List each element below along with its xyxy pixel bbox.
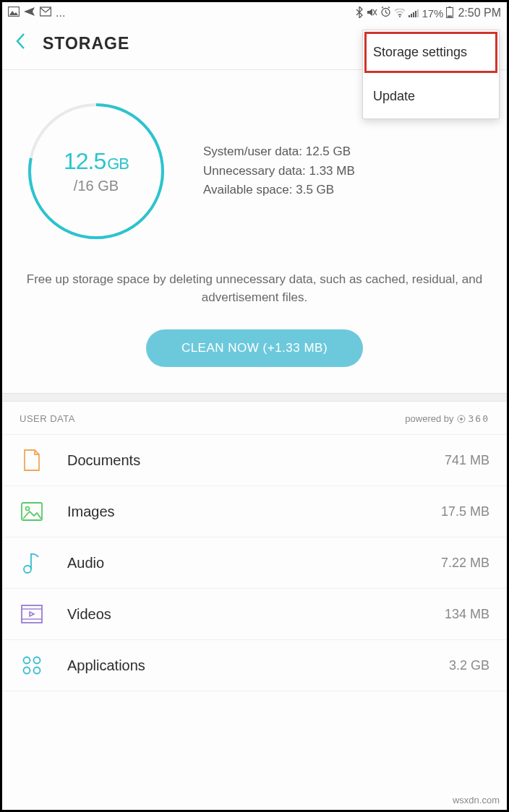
category-label: Documents [67, 452, 445, 469]
user-data-header: USER DATA powered by 360 [2, 402, 507, 435]
section-divider [2, 393, 507, 402]
svg-marker-1 [9, 11, 18, 15]
image-icon [20, 499, 44, 524]
signal-icon [409, 7, 419, 20]
svg-point-21 [460, 418, 463, 420]
svg-point-24 [24, 566, 31, 573]
svg-point-32 [34, 668, 40, 674]
category-images[interactable]: Images17.5 MB [2, 486, 507, 537]
used-storage-value: 12.5GB [64, 148, 129, 175]
status-bar: ... 17% 2:50 PM [2, 2, 507, 22]
svg-marker-28 [30, 612, 34, 616]
battery-pct: 17% [422, 7, 443, 20]
category-label: Audio [67, 555, 441, 571]
svg-rect-11 [411, 14, 412, 17]
category-videos[interactable]: Videos134 MB [2, 589, 507, 640]
total-storage-value: /16 GB [74, 178, 119, 194]
category-applications[interactable]: Applications3.2 GB [2, 640, 507, 691]
svg-point-23 [26, 507, 30, 511]
clean-now-button[interactable]: CLEAN NOW (+1.33 MB) [146, 329, 363, 367]
section-title: USER DATA [20, 413, 75, 424]
bluetooth-icon [356, 7, 363, 20]
svg-rect-12 [413, 12, 414, 17]
category-size: 134 MB [445, 607, 489, 622]
audio-icon [20, 550, 44, 575]
wifi-icon [394, 7, 406, 20]
more-icon: ... [56, 7, 65, 20]
mute-icon [366, 7, 377, 20]
category-size: 3.2 GB [449, 658, 489, 673]
overflow-menu: Storage settings Update [362, 30, 500, 119]
apps-icon [20, 653, 44, 678]
send-icon [24, 7, 35, 20]
svg-rect-13 [415, 11, 416, 17]
svg-line-7 [382, 7, 383, 9]
svg-marker-2 [24, 7, 35, 16]
storage-ring: 12.5GB /16 GB [24, 99, 168, 243]
category-size: 741 MB [445, 453, 489, 468]
powered-by: powered by 360 [405, 413, 489, 424]
category-size: 17.5 MB [441, 504, 489, 519]
svg-point-9 [399, 16, 401, 17]
battery-icon [446, 7, 453, 20]
hint-text: Free up storage space by deleting unnece… [2, 265, 507, 324]
svg-rect-17 [448, 15, 452, 17]
menu-item-storage-settings[interactable]: Storage settings [363, 30, 499, 74]
page-title: STORAGE [43, 34, 129, 53]
svg-rect-25 [22, 605, 42, 623]
back-icon[interactable] [15, 33, 25, 55]
category-label: Images [67, 504, 441, 520]
system-user-data-line: System/user data: 12.5 GB [203, 142, 355, 161]
svg-point-29 [24, 657, 30, 664]
category-label: Videos [67, 606, 445, 623]
svg-rect-10 [409, 15, 410, 17]
doc-icon [20, 448, 44, 472]
svg-point-31 [24, 668, 30, 674]
watermark: wsxdn.com [450, 793, 502, 807]
svg-line-8 [388, 7, 390, 9]
category-documents[interactable]: Documents741 MB [2, 435, 507, 486]
unnecessary-data-line: Unnecessary data: 1.33 MB [203, 162, 355, 181]
svg-point-30 [34, 657, 40, 664]
picture-icon [8, 7, 20, 20]
alarm-icon [380, 7, 391, 20]
mail-icon [40, 7, 51, 20]
menu-item-update[interactable]: Update [363, 74, 499, 118]
available-space-line: Available space: 3.5 GB [203, 181, 355, 199]
video-icon [20, 602, 44, 626]
svg-rect-14 [417, 9, 419, 17]
category-audio[interactable]: Audio7.22 MB [2, 537, 507, 589]
category-size: 7.22 MB [441, 556, 489, 571]
category-list: Documents741 MBImages17.5 MBAudio7.22 MB… [2, 435, 507, 691]
brand-icon [457, 415, 466, 423]
category-label: Applications [67, 657, 449, 674]
storage-details: System/user data: 12.5 GB Unnecessary da… [203, 142, 355, 199]
clock-text: 2:50 PM [458, 7, 501, 20]
